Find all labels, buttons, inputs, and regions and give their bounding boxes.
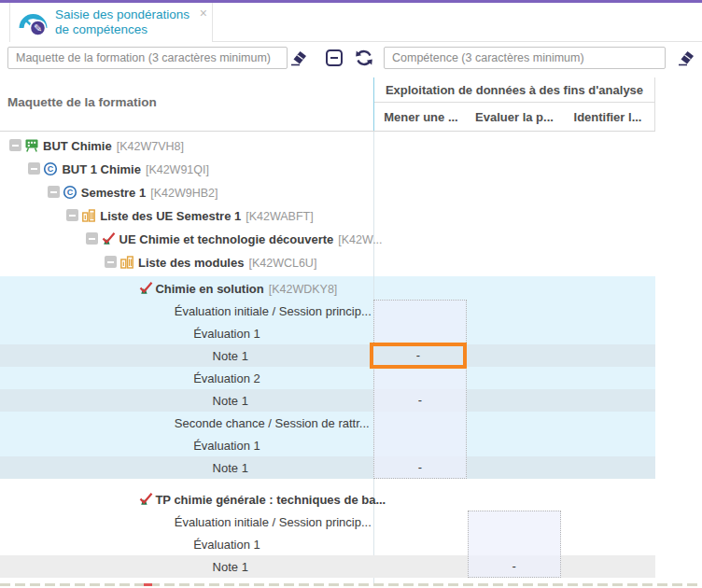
tree-leaf-text: Seconde chance / Session de rattr... — [175, 416, 370, 430]
board-icon — [24, 138, 39, 153]
c-circle-icon: C — [63, 185, 77, 200]
note-row-band — [0, 456, 655, 479]
minus-square-icon[interactable] — [322, 47, 346, 69]
tree-node-label: Liste des UE Semestre 1 — [100, 209, 241, 223]
tree-leaf-label[interactable]: Évaluation initiale / Session princip... — [175, 511, 372, 533]
competence-header: Exploitation de données à des fins d'ana… — [373, 77, 655, 132]
tree-node-label: Semestre 1 — [81, 186, 146, 200]
eraser-icon[interactable] — [674, 47, 698, 69]
tree-leaf-text: Évaluation 1 — [193, 439, 260, 453]
weight-cell[interactable]: - — [373, 456, 467, 479]
collapse-toggle[interactable] — [48, 186, 60, 198]
building-icon — [119, 255, 134, 270]
tree-leaf-text: Évaluation 1 — [193, 538, 260, 552]
tree-module-label: TP chimie générale : techniques de ba... — [155, 493, 386, 507]
check-flask-icon — [101, 231, 116, 246]
tree-leaf-label[interactable]: Note 1 — [213, 555, 248, 578]
tree-node-code: [K42WCL6U] — [248, 257, 316, 270]
tree-leaf-label[interactable]: Évaluation initiale / Session princip... — [175, 300, 372, 322]
tree-leaf-label[interactable]: Évaluation 1 — [193, 434, 260, 456]
tree-leaf-text: Évaluation 1 — [193, 327, 260, 341]
tree-node-label: UE Chimie et technologie découverte — [119, 232, 334, 246]
tree-node[interactable]: Liste des modules[K42WCL6U] — [138, 250, 316, 273]
tree-leaf-label[interactable]: Évaluation 2 — [193, 367, 260, 389]
weight-cell-selected[interactable]: - — [370, 343, 467, 369]
tree-leaf-label[interactable]: Évaluation 1 — [193, 322, 260, 344]
gauge-pencil-icon: ✎ — [18, 9, 49, 37]
tree-node-label: Liste des modules — [138, 256, 244, 270]
check-flask-icon — [138, 281, 153, 296]
tree-leaf-text: Évaluation 2 — [193, 371, 260, 385]
tree-leaf-text: Évaluation initiale / Session princip... — [175, 304, 372, 318]
tree-leaf-label[interactable]: Seconde chance / Session de rattr... — [175, 412, 370, 434]
tree-node-code: [K42W7VH8] — [117, 140, 184, 153]
weight-cell[interactable]: - — [468, 555, 561, 578]
competence-group-header: Exploitation de données à des fins d'ana… — [374, 77, 654, 103]
tree-module[interactable]: TP chimie générale : techniques de ba... — [155, 488, 390, 511]
tree-leaf-label[interactable]: Note 1 — [213, 456, 248, 479]
close-icon[interactable]: × — [200, 7, 207, 20]
tree-panel-header: Maquette de la formation — [7, 95, 157, 109]
tree-node[interactable]: UE Chimie et technologie découverte[K42W… — [119, 227, 383, 250]
collapse-toggle[interactable] — [66, 209, 78, 221]
svg-text:✎: ✎ — [34, 22, 42, 34]
tree-node[interactable]: BUT 1 Chimie[K42W91QI] — [62, 157, 209, 180]
tree-leaf-text: Note 1 — [213, 349, 248, 363]
note-row-band — [0, 389, 655, 412]
tree-node[interactable]: Liste des UE Semestre 1[K42WABFT] — [100, 203, 314, 227]
tree-leaf-label[interactable]: Évaluation 1 — [193, 533, 260, 555]
c-circle-icon: C — [43, 161, 58, 176]
tabbar-divider — [213, 41, 702, 42]
tree-leaf-label[interactable]: Note 1 — [213, 389, 248, 412]
refresh-icon[interactable] — [352, 47, 376, 69]
tree-leaf-label[interactable]: Note 1 — [213, 344, 248, 367]
check-flask-icon — [138, 492, 153, 507]
building-icon — [81, 208, 96, 223]
tree-module-label: Chimie en solution — [155, 282, 263, 296]
weighting-entry-app: ✎ Saisie des pondérations de compétences… — [0, 0, 702, 588]
tree-node-label: BUT Chimie — [43, 139, 112, 153]
tree-node-code: [K42W91QI] — [146, 163, 209, 176]
tree-leaf-text: Note 1 — [213, 394, 248, 408]
competence-column-0[interactable]: Mener une ... — [374, 104, 468, 132]
competence-column-1[interactable]: Evaluer la p... — [468, 104, 561, 132]
tree-module-code: [K42WDKY8] — [269, 283, 338, 296]
scroll-position-marker — [144, 583, 152, 586]
collapse-toggle[interactable] — [105, 256, 117, 268]
tree-node[interactable]: BUT Chimie[K42W7VH8] — [43, 133, 184, 157]
competence-column-2[interactable]: Identifier l... — [561, 104, 654, 132]
tree-node-code: [K42WABFT] — [246, 210, 313, 223]
bottom-dashed-divider — [0, 583, 702, 586]
tree-grid-body: BUT Chimie[K42W7VH8]CBUT 1 Chimie[K42W91… — [0, 132, 702, 588]
tree-node-code: [K42W9HB2] — [150, 187, 218, 200]
tree-module[interactable]: Chimie en solution[K42WDKY8] — [155, 276, 337, 300]
eraser-icon[interactable] — [287, 47, 311, 69]
tree-leaf-text: Note 1 — [213, 461, 248, 475]
tree-node-code: [K42W... — [338, 233, 382, 246]
tab-saisie-ponderations[interactable]: ✎ Saisie des pondérations de compétences… — [9, 3, 213, 42]
svg-text:C: C — [48, 164, 54, 174]
collapse-toggle[interactable] — [86, 232, 98, 245]
competence-filter-input[interactable] — [384, 47, 666, 69]
tree-leaf-text: Évaluation initiale / Session princip... — [175, 515, 372, 529]
tab-title: Saisie des pondérations de compétences — [55, 7, 197, 37]
maquette-filter-input[interactable] — [7, 47, 288, 69]
note-row-band — [0, 344, 655, 367]
weight-cell[interactable]: - — [373, 389, 467, 412]
tree-leaf-text: Note 1 — [213, 560, 248, 574]
collapse-toggle[interactable] — [28, 162, 40, 175]
tree-node-label: BUT 1 Chimie — [62, 162, 141, 176]
collapse-toggle[interactable] — [9, 139, 21, 151]
svg-text:C: C — [67, 188, 74, 197]
tree-node[interactable]: Semestre 1[K42W9HB2] — [81, 180, 218, 203]
